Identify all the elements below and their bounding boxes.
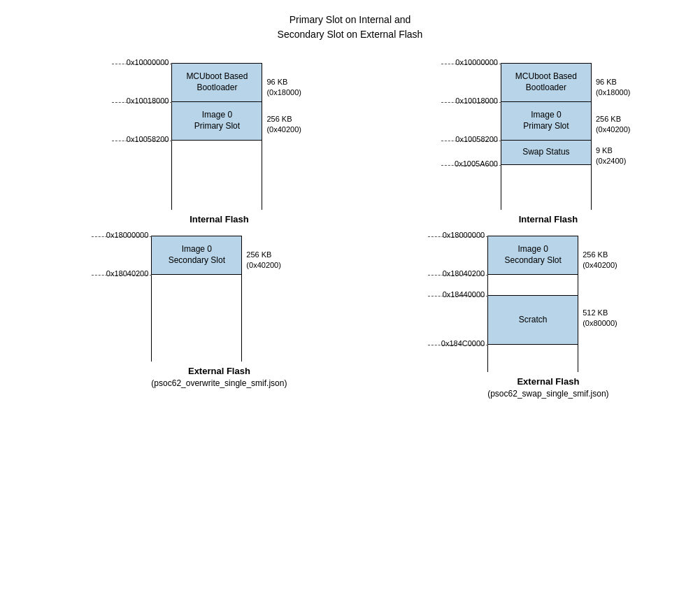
empty-section-r [501, 165, 591, 210]
external-flash-label-l: External Flash [151, 366, 287, 376]
scratch-section-r: Scratch [488, 296, 578, 345]
addr-0x18000000-l: 0x18000000 [106, 231, 149, 239]
internal-flash-label-l: Internal Flash [171, 214, 266, 224]
addr-0x18440000-r: 0x18440000 [443, 290, 485, 299]
empty-section-ext-l [152, 275, 241, 362]
addr-0x10058200-r: 0x10058200 [455, 135, 498, 143]
right-diagram: 0x10000000 0x10018000 0x10058200 0x1005A… [427, 63, 608, 399]
swap-status-section-r: Swap Status [501, 141, 591, 165]
addr-0x10000000-l: 0x10000000 [127, 58, 169, 66]
size-96kb-l: 96 KB(0x18000) [266, 77, 301, 99]
ext-flash-sublabel-l: (psoc62_overwrite_single_smif.json) [151, 378, 287, 388]
right-external-flash: 0x18000000 0x18040200 0x18440000 0x184C0… [427, 236, 608, 399]
addr-0x10000000-r: 0x10000000 [455, 58, 498, 66]
size-256kb-r: 256 KB(0x40200) [596, 114, 631, 136]
empty-section-ext-r1 [488, 275, 578, 296]
external-flash-label-r: External Flash [487, 376, 608, 387]
size-256kb-ext-l: 256 KB(0x40200) [246, 250, 281, 271]
addr-0x18000000-r: 0x18000000 [443, 231, 485, 239]
bootloader-section-l: MCUboot BasedBootloader [172, 64, 262, 102]
left-diagram: 0x10000000 0x10018000 0x10058200 MCUboot… [91, 63, 287, 399]
internal-flash-label-r: Internal Flash [501, 214, 596, 224]
left-external-flash: 0x18000000 0x18040200 Image 0Secondary S… [91, 236, 287, 388]
addr-0x184C0000-r: 0x184C0000 [441, 339, 485, 348]
size-96kb-r: 96 KB(0x18000) [596, 77, 631, 99]
secondary-slot-section-l: Image 0Secondary Slot [152, 236, 241, 275]
left-internal-flash: 0x10000000 0x10018000 0x10058200 MCUboot… [111, 63, 266, 224]
addr-0x10018000-r: 0x10018000 [455, 97, 498, 105]
primary-slot-section-r: Image 0Primary Slot [501, 102, 591, 141]
primary-slot-section-l: Image 0Primary Slot [172, 102, 262, 141]
size-256kb-l: 256 KB(0x40200) [266, 114, 301, 136]
page-title: Primary Slot on Internal and Secondary S… [0, 13, 700, 42]
right-internal-flash: 0x10000000 0x10018000 0x10058200 0x1005A… [441, 63, 596, 224]
size-256kb-ext-r: 256 KB(0x40200) [583, 250, 617, 271]
secondary-slot-section-r: Image 0Secondary Slot [488, 236, 578, 275]
addr-0x1005A600-r: 0x1005A600 [455, 159, 498, 168]
bootloader-section-r: MCUboot BasedBootloader [501, 64, 591, 102]
size-512kb-ext-r: 512 KB(0x80000) [583, 308, 617, 329]
addr-0x18040200-r: 0x18040200 [443, 269, 485, 278]
empty-section-l [172, 141, 262, 210]
empty-section-ext-r2 [488, 345, 578, 373]
ext-flash-sublabel-r: (psoc62_swap_single_smif.json) [487, 389, 608, 399]
addr-0x10018000-l: 0x10018000 [127, 97, 169, 105]
size-9kb-r: 9 KB(0x2400) [596, 145, 626, 167]
addr-0x18040200-l: 0x18040200 [106, 269, 149, 278]
addr-0x10058200-l: 0x10058200 [127, 135, 169, 143]
